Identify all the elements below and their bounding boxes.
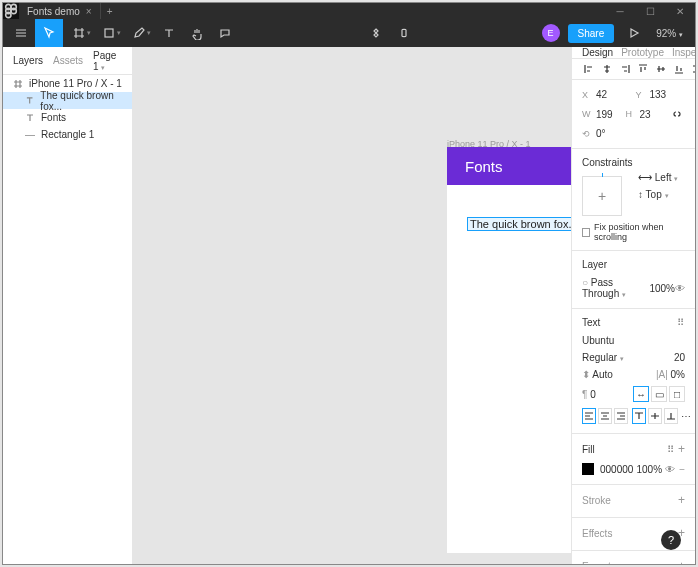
svg-rect-5 xyxy=(105,29,113,37)
header-rectangle[interactable]: Fonts xyxy=(447,147,571,185)
layer-section-title: Layer xyxy=(572,257,695,274)
layers-tab[interactable]: Layers xyxy=(13,55,43,66)
prototype-tab[interactable]: Prototype xyxy=(621,47,664,58)
paragraph-spacing[interactable]: ¶ 0 xyxy=(582,389,596,400)
artboard[interactable]: Fonts The quick brown fox... xyxy=(447,147,571,553)
align-right-icon[interactable] xyxy=(618,61,632,77)
fill-hex[interactable]: 000000 xyxy=(600,464,633,475)
add-stroke-icon[interactable]: + xyxy=(678,493,685,507)
fill-style-icon[interactable]: ⠿ xyxy=(667,444,675,455)
remove-fill-icon[interactable]: − xyxy=(679,464,685,475)
rotation-field[interactable]: 0° xyxy=(596,128,606,139)
header-text: Fonts xyxy=(465,158,503,175)
y-field[interactable]: 133 xyxy=(650,89,667,100)
maximize-button[interactable]: ☐ xyxy=(635,3,665,19)
h-field[interactable]: 23 xyxy=(640,109,651,120)
zoom-level[interactable]: 92% ▾ xyxy=(648,28,691,39)
text-align-left-icon[interactable] xyxy=(582,408,596,424)
align-hcenter-icon[interactable] xyxy=(600,61,614,77)
svg-point-4 xyxy=(6,12,11,17)
font-size[interactable]: 20 xyxy=(674,352,685,363)
line-height[interactable]: ⬍ Auto xyxy=(582,369,613,380)
valign-middle-icon[interactable] xyxy=(648,408,662,424)
fix-position-checkbox[interactable] xyxy=(582,228,590,237)
constraint-h[interactable]: ⟷ Left ▾ xyxy=(638,172,678,183)
auto-height-icon[interactable]: ▭ xyxy=(651,386,667,402)
frame-icon xyxy=(13,79,23,89)
title-bar: Fonts demo × + ─ ☐ ✕ xyxy=(3,3,695,19)
x-field[interactable]: 42 xyxy=(596,89,607,100)
text-options-icon[interactable]: ⠿ xyxy=(677,317,685,328)
add-tab-button[interactable]: + xyxy=(101,6,119,17)
rotation-icon: ⟲ xyxy=(582,129,592,139)
text-align-center-icon[interactable] xyxy=(598,408,612,424)
auto-width-icon[interactable]: ↔ xyxy=(633,386,649,402)
inspector-panel: Design Prototype Inspect X42 Y133 W1 xyxy=(571,47,695,564)
layers-panel: Layers Assets Page 1 ▾ iPhone 11 Pro / X… xyxy=(3,47,133,564)
file-tab[interactable]: Fonts demo × xyxy=(19,3,101,19)
selected-text-layer[interactable]: The quick brown fox... xyxy=(467,217,571,231)
constraint-widget[interactable]: + xyxy=(582,176,622,216)
layer-opacity[interactable]: 100% xyxy=(649,283,675,294)
visibility-icon[interactable]: 👁 xyxy=(675,283,685,294)
figma-logo-icon[interactable] xyxy=(3,3,19,19)
close-window-button[interactable]: ✕ xyxy=(665,3,695,19)
fill-swatch[interactable] xyxy=(582,463,594,475)
hand-tool[interactable] xyxy=(183,19,211,47)
inspect-tab[interactable]: Inspect xyxy=(672,47,695,58)
letter-spacing[interactable]: |A| 0% xyxy=(656,369,685,380)
design-tab[interactable]: Design xyxy=(582,47,613,58)
align-bottom-icon[interactable] xyxy=(672,61,686,77)
align-vcenter-icon[interactable] xyxy=(654,61,668,77)
layer-text-fonts[interactable]: Fonts xyxy=(3,109,132,126)
distribute-icon[interactable] xyxy=(690,61,695,77)
layer-text-selected[interactable]: The quick brown fox... xyxy=(3,92,132,109)
window-controls: ─ ☐ ✕ xyxy=(605,3,695,19)
user-avatar[interactable]: E xyxy=(542,24,560,42)
font-family[interactable]: Ubuntu xyxy=(582,335,614,346)
comment-tool[interactable] xyxy=(211,19,239,47)
page-selector[interactable]: Page 1 ▾ xyxy=(93,50,122,72)
text-layer-icon xyxy=(25,113,35,123)
add-fill-icon[interactable]: + xyxy=(678,442,685,456)
fill-visibility-icon[interactable]: 👁 xyxy=(665,464,675,475)
more-text-options-icon[interactable]: ⋯ xyxy=(680,408,692,424)
text-layer-icon xyxy=(25,96,34,106)
add-export-icon[interactable]: + xyxy=(678,559,685,564)
valign-top-icon[interactable] xyxy=(632,408,646,424)
blend-mode[interactable]: ○ Pass Through ▾ xyxy=(582,277,649,299)
align-left-icon[interactable] xyxy=(582,61,596,77)
move-tool[interactable] xyxy=(35,19,63,47)
fill-opacity[interactable]: 100% xyxy=(636,464,662,475)
valign-bottom-icon[interactable] xyxy=(664,408,678,424)
help-button[interactable]: ? xyxy=(661,530,681,550)
w-field[interactable]: 199 xyxy=(596,109,613,120)
link-wh-icon[interactable] xyxy=(669,106,685,122)
text-align-right-icon[interactable] xyxy=(614,408,628,424)
fixed-size-icon[interactable]: □ xyxy=(669,386,685,402)
mask-icon[interactable] xyxy=(390,19,418,47)
components-icon[interactable] xyxy=(362,19,390,47)
layer-rectangle[interactable]: — Rectangle 1 xyxy=(3,126,132,143)
rect-layer-icon: — xyxy=(25,130,35,140)
align-top-icon[interactable] xyxy=(636,61,650,77)
minimize-button[interactable]: ─ xyxy=(605,3,635,19)
canvas[interactable]: iPhone 11 Pro / X - 1 Fonts The quick br… xyxy=(133,47,571,564)
font-weight[interactable]: Regular ▾ xyxy=(582,352,624,363)
share-button[interactable]: Share xyxy=(568,24,615,43)
file-tab-name: Fonts demo xyxy=(27,6,80,17)
present-button[interactable] xyxy=(620,19,648,47)
text-tool[interactable] xyxy=(155,19,183,47)
assets-tab[interactable]: Assets xyxy=(53,55,83,66)
pen-tool[interactable] xyxy=(125,19,153,47)
menu-button[interactable] xyxy=(7,19,35,47)
shape-tool[interactable] xyxy=(95,19,123,47)
frame-tool[interactable] xyxy=(65,19,93,47)
close-tab-icon[interactable]: × xyxy=(86,6,92,17)
toolbar: ▾ ▾ ▾ ▾ E Share 92% ▾ xyxy=(3,19,695,47)
constraint-v[interactable]: ↕ Top ▾ xyxy=(638,189,678,200)
constraints-title: Constraints xyxy=(572,155,695,172)
